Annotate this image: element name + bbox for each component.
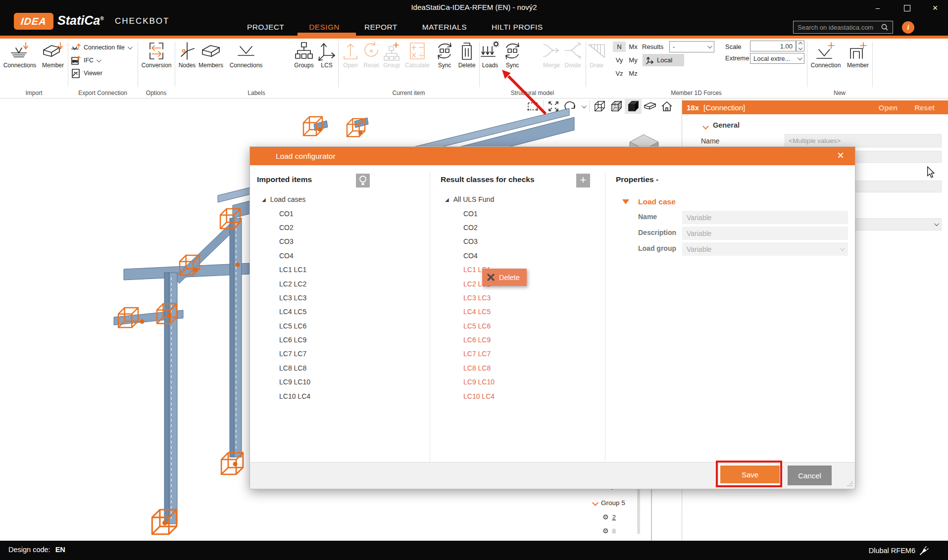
group-label-member-1d-forces: Member 1D Forces xyxy=(586,90,807,96)
imported-items-heading: Imported items xyxy=(257,175,312,184)
add-result-class-button[interactable]: + xyxy=(576,174,590,187)
tab-hilti-profis[interactable]: HILTI PROFIS xyxy=(490,19,545,36)
expander-icon[interactable]: ◢ xyxy=(445,197,449,202)
export-viewer-button[interactable]: Viewer xyxy=(71,68,102,78)
divide-button[interactable]: Divide xyxy=(561,41,584,69)
list-item[interactable]: LC8 LC8 xyxy=(445,361,495,375)
scrollbar[interactable] xyxy=(637,486,640,534)
list-item[interactable]: CO2 xyxy=(445,221,495,234)
list-item[interactable]: LC4 LC5 xyxy=(445,305,495,319)
conversion-button[interactable]: Conversion xyxy=(141,41,172,69)
list-item[interactable]: CO2 xyxy=(262,221,310,234)
expander-icon[interactable]: ◢ xyxy=(262,197,266,202)
force-mz-button[interactable]: Mz xyxy=(627,68,640,79)
delete-drag-button[interactable]: Delete xyxy=(482,269,527,286)
list-item[interactable]: LC9 LC10 xyxy=(262,375,310,389)
collapse-icon[interactable] xyxy=(702,123,709,130)
list-item[interactable]: CO3 xyxy=(262,234,310,248)
list-item[interactable]: CO4 xyxy=(262,249,310,263)
labels-groups-button[interactable]: Groups xyxy=(290,41,318,69)
tab-materials[interactable]: MATERIALS xyxy=(420,19,469,36)
sync-current-button[interactable]: Sync xyxy=(434,41,455,69)
cancel-button[interactable]: Cancel xyxy=(788,466,832,485)
list-item[interactable]: LC5 LC6 xyxy=(445,319,495,333)
save-highlight-annotation xyxy=(716,461,782,487)
wireframe-cube-icon[interactable] xyxy=(591,99,608,114)
force-mx-button[interactable]: Mx xyxy=(627,42,640,52)
list-item[interactable]: LC1 LC1 xyxy=(262,263,310,277)
export-ifc-button[interactable]: IFC IFC xyxy=(71,55,100,65)
list-item[interactable]: LC8 LC8 xyxy=(262,361,310,375)
list-item[interactable]: CO4 xyxy=(445,249,495,263)
chevron-down-icon[interactable] xyxy=(579,99,588,114)
list-item[interactable]: LC10 LC4 xyxy=(262,389,310,403)
calculate-button[interactable]: Calculate xyxy=(401,41,434,69)
reset-connection-button[interactable]: Reset xyxy=(914,103,935,112)
force-vy-button[interactable]: Vy xyxy=(613,55,626,65)
tree-root[interactable]: ◢All ULS Fund xyxy=(445,192,495,206)
dialog-close-icon[interactable]: × xyxy=(837,148,844,162)
reset-button[interactable]: Reset xyxy=(360,41,382,69)
delete-button[interactable]: Delete xyxy=(456,41,478,69)
new-member-button[interactable]: Member xyxy=(845,41,871,69)
list-item[interactable]: LC6 LC9 xyxy=(262,333,310,347)
minimize-button[interactable]: – xyxy=(870,2,885,14)
local-toggle[interactable]: Local xyxy=(643,54,684,66)
clipping-box-icon[interactable] xyxy=(642,99,658,114)
tree-item-group[interactable]: Group 5 xyxy=(593,499,625,507)
list-item[interactable]: LC6 LC9 xyxy=(445,333,495,347)
force-my-button[interactable]: My xyxy=(627,55,640,65)
scale-input[interactable]: 1.00 xyxy=(750,41,796,51)
dialog-title-bar[interactable]: Load configurator xyxy=(250,147,855,165)
open-connection-button[interactable]: Open xyxy=(879,103,898,112)
open-button[interactable]: Open xyxy=(340,41,361,69)
extreme-dropdown[interactable]: Local extre... xyxy=(750,53,804,64)
list-item[interactable]: CO1 xyxy=(445,206,495,220)
draw-button[interactable]: Draw xyxy=(586,41,607,69)
list-item[interactable]: LC10 LC4 xyxy=(445,389,495,403)
lamp-button[interactable] xyxy=(356,174,370,187)
force-vz-button[interactable]: Vz xyxy=(613,68,626,79)
list-item[interactable]: LC3 LC3 xyxy=(262,291,310,305)
solid-cube-icon[interactable] xyxy=(625,99,642,114)
tree-root[interactable]: ◢Load cases xyxy=(262,192,310,206)
tab-project[interactable]: PROJECT xyxy=(245,19,286,36)
labels-lcs-button[interactable]: LCS xyxy=(317,41,337,69)
list-item[interactable]: LC5 LC6 xyxy=(262,319,310,333)
import-member-button[interactable]: Member xyxy=(39,41,67,69)
maximize-button[interactable] xyxy=(904,5,910,11)
list-item[interactable]: LC4 LC5 xyxy=(262,305,310,319)
import-connections-button[interactable]: Connections xyxy=(1,41,39,69)
prop-description-field[interactable]: Variable xyxy=(682,227,848,240)
info-icon[interactable]: i xyxy=(902,21,914,34)
new-connection-button[interactable]: Connection xyxy=(806,41,846,69)
home-view-icon[interactable] xyxy=(658,99,675,114)
rotate-view-icon[interactable] xyxy=(562,99,579,114)
labels-connections-button[interactable]: Connections xyxy=(226,41,266,69)
tree-item-gear-8[interactable]: ⚙ 8 xyxy=(602,527,616,535)
list-item[interactable]: LC7 LC7 xyxy=(262,347,310,361)
list-item[interactable]: CO1 xyxy=(262,206,310,220)
labels-members-button[interactable]: Members xyxy=(197,41,225,69)
prop-name-field[interactable]: Variable xyxy=(682,211,848,224)
section-collapse-icon[interactable] xyxy=(622,199,629,204)
scale-stepper[interactable] xyxy=(796,41,804,51)
list-item[interactable]: CO3 xyxy=(445,234,495,248)
tree-item-gear-2[interactable]: ⚙ 2 xyxy=(602,513,616,521)
labels-nodes-button[interactable]: Nodes xyxy=(176,41,198,69)
close-button[interactable]: × xyxy=(928,2,943,14)
results-dropdown[interactable]: - xyxy=(669,41,714,52)
prop-load-group-dropdown[interactable]: Variable xyxy=(682,242,848,256)
force-n-button[interactable]: N xyxy=(613,42,626,52)
tab-report[interactable]: REPORT xyxy=(362,19,399,36)
name-field[interactable]: <Multiple values> xyxy=(785,134,942,147)
list-item[interactable]: LC2 LC2 xyxy=(262,277,310,290)
search-input[interactable]: Search on ideastatica.com xyxy=(793,21,893,34)
resize-grip[interactable] xyxy=(847,481,853,487)
group-button[interactable]: Group xyxy=(381,41,402,69)
list-item[interactable]: LC3 LC3 xyxy=(445,291,495,305)
hidden-lines-cube-icon[interactable] xyxy=(608,99,625,114)
list-item[interactable]: LC7 LC7 xyxy=(445,347,495,361)
export-connection-file-button[interactable]: Connection file xyxy=(71,43,131,52)
list-item[interactable]: LC9 LC10 xyxy=(445,375,495,389)
